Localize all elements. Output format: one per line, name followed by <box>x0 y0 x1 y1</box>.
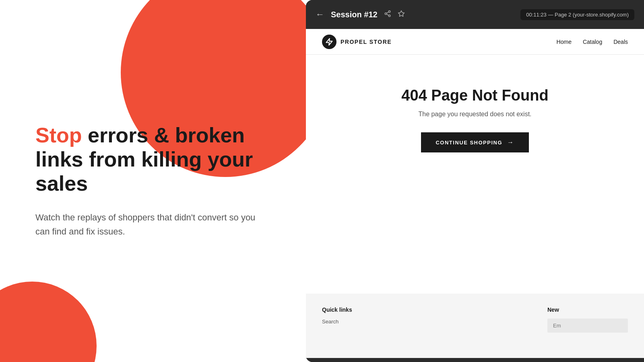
main-headline: Stop errors & broken links from killing … <box>35 123 282 195</box>
browser-mockup: ← Session #12 00:11:23 — Page 2 (your-st… <box>306 0 644 362</box>
error-title: 404 Page Not Found <box>401 87 548 104</box>
footer-quick-links: Quick links Search <box>322 306 352 325</box>
store-footer: Quick links Search New <box>306 294 644 358</box>
svg-marker-5 <box>398 10 404 16</box>
quick-links-heading: Quick links <box>322 306 352 313</box>
star-icon[interactable] <box>398 10 405 19</box>
logo-icon <box>322 35 336 49</box>
share-icon[interactable] <box>384 10 391 19</box>
svg-line-3 <box>386 14 388 15</box>
subheadline: Watch the replays of shoppers that didn'… <box>35 210 269 239</box>
newsletter-input[interactable] <box>547 319 628 333</box>
continue-shopping-label: CONTINUE SHOPPING <box>436 140 502 146</box>
store-name: PROPEL STORE <box>341 39 392 45</box>
store-logo: PROPEL STORE <box>322 35 392 49</box>
svg-line-4 <box>386 12 388 13</box>
browser-viewport: PROPEL STORE Home Catalog Deals 404 Page… <box>306 29 644 358</box>
url-bar: 00:11:23 — Page 2 (your-store.shopify.co… <box>520 9 634 20</box>
nav-links: Home Catalog Deals <box>557 39 628 45</box>
headline-stop-word: Stop <box>35 123 82 147</box>
newsletter-heading: New <box>547 306 628 313</box>
blob-bottom-decoration <box>0 282 97 362</box>
session-title: Session #12 <box>331 10 378 19</box>
footer-link-search[interactable]: Search <box>322 319 352 325</box>
nav-link-catalog[interactable]: Catalog <box>583 39 602 45</box>
continue-arrow-icon: → <box>507 139 514 146</box>
nav-link-deals[interactable]: Deals <box>613 39 628 45</box>
footer-newsletter: New <box>547 306 628 333</box>
browser-chrome: ← Session #12 00:11:23 — Page 2 (your-st… <box>306 0 644 29</box>
page-404-content: 404 Page Not Found The page you requeste… <box>306 55 644 294</box>
nav-link-home[interactable]: Home <box>557 39 572 45</box>
browser-bottom-bar <box>306 358 644 362</box>
continue-shopping-button[interactable]: CONTINUE SHOPPING → <box>421 132 528 152</box>
store-navigation: PROPEL STORE Home Catalog Deals <box>306 29 644 55</box>
error-subtitle: The page you requested does not exist. <box>418 111 531 118</box>
back-button[interactable]: ← <box>316 9 324 20</box>
left-content: Stop errors & broken links from killing … <box>35 123 282 239</box>
left-panel: Stop errors & broken links from killing … <box>0 0 306 362</box>
